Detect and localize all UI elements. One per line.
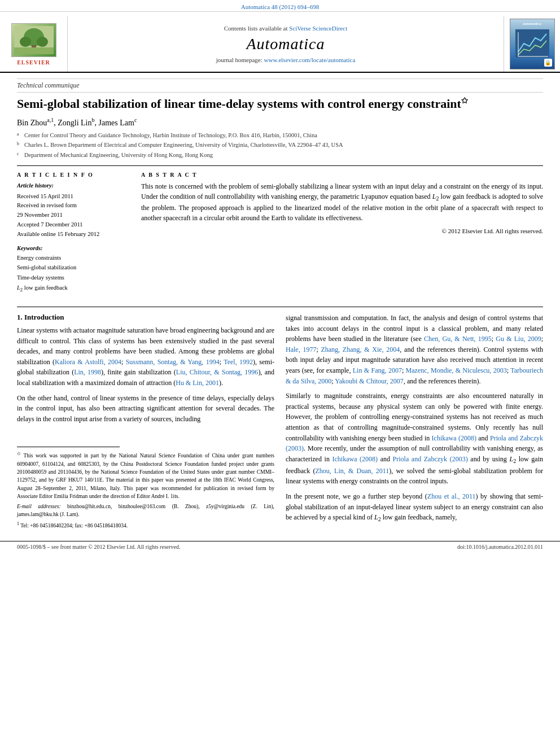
issn-line: 0005-1098/$ – see front matter © 2012 El… <box>17 544 180 550</box>
journal-top-bar: Automatica 48 (2012) 694–698 <box>0 0 560 12</box>
page: Automatica 48 (2012) 694–698 ELSEVIER Co… <box>0 0 560 747</box>
email-4[interactable]: james.lam@hku.hk <box>17 512 59 517</box>
journal-header: ELSEVIER Contents lists available at Sci… <box>0 12 560 73</box>
abstract-col: A B S T R A C T This note is concerned w… <box>141 172 543 299</box>
journal-homepage-link[interactable]: www.elsevier.com/locate/automatica <box>264 56 356 63</box>
journal-cover-block: automatica 🔒 <box>504 16 560 72</box>
footnote-divider <box>17 447 120 447</box>
history-label: Article history: <box>17 181 130 191</box>
elsevier-logo-block: ELSEVIER <box>0 16 68 72</box>
article-meta-row: A R T I C L E I N F O Article history: R… <box>17 165 543 299</box>
body-col-right-para2: Similarly to magnitude constraints, ener… <box>286 391 543 487</box>
doi-line: doi:10.1016/j.automatica.2012.01.011 <box>457 544 543 550</box>
body-col-right: signal transmission and computation. In … <box>286 313 543 530</box>
abstract-label: A B S T R A C T <box>141 172 543 178</box>
author-2: Zongli Lin <box>58 119 91 127</box>
sciverse-link[interactable]: SciVerse ScienceDirect <box>289 25 347 32</box>
affiliation-a: a Center for Control Theory and Guidance… <box>17 131 543 140</box>
affiliation-b: b Charles L. Brown Department of Electri… <box>17 141 543 150</box>
article-title: Semi-global stabilization of linear time… <box>17 96 543 112</box>
article-type-label: Technical communique <box>17 78 543 93</box>
elsevier-logo <box>11 23 56 57</box>
affiliations: a Center for Control Theory and Guidance… <box>17 131 543 160</box>
author-1: Bin Zhou <box>17 119 47 127</box>
body-col-left-para1: Linear systems with actuator magnitude s… <box>17 325 274 388</box>
article-info-label: A R T I C L E I N F O <box>17 172 130 178</box>
body-col-left-para2: On the other hand, control of linear sys… <box>17 393 274 425</box>
author-3: James Lam <box>99 119 134 127</box>
journal-homepage-line: journal homepage: www.elsevier.com/locat… <box>216 56 356 63</box>
authors-line: Bin Zhoua,1, Zongli Linb, James Lamc <box>17 117 543 128</box>
keywords-list: Energy constraints Semi-global stabiliza… <box>17 253 130 295</box>
body-columns: 1. Introduction Linear systems with actu… <box>17 307 543 530</box>
article-info-col: A R T I C L E I N F O Article history: R… <box>17 172 130 299</box>
affiliation-c: c Department of Mechanical Engineering, … <box>17 151 543 160</box>
bottom-bar: 0005-1098/$ – see front matter © 2012 El… <box>0 541 560 552</box>
copyright-line: © 2012 Elsevier Ltd. All rights reserved… <box>141 228 543 234</box>
email-2[interactable]: binzhoulee@163.com <box>119 504 165 509</box>
journal-cover-image: automatica 🔒 <box>510 19 555 69</box>
lock-icon[interactable]: 🔒 <box>544 59 552 67</box>
section-1-num: 1. <box>17 313 23 321</box>
available-date: Available online 15 February 2012 <box>17 231 99 237</box>
cover-graph-icon <box>515 29 549 58</box>
email-1[interactable]: binzhou@hit.edu.cn <box>67 504 111 509</box>
svg-point-3 <box>20 37 31 47</box>
footnote-star-text: ✩ This work was supported in part by the… <box>17 451 274 500</box>
journal-title: Automatica <box>246 35 325 53</box>
keywords-label: Keywords: <box>17 245 130 251</box>
section-1-title: Introduction <box>24 313 64 321</box>
body-col-right-para1: signal transmission and computation. In … <box>286 313 543 386</box>
received-2-prefix: Received in revised form <box>17 202 77 208</box>
received-1: Received 15 April 2011 <box>17 193 73 199</box>
journal-info-block: Contents lists available at SciVerse Sci… <box>68 16 504 72</box>
svg-point-4 <box>37 37 48 47</box>
abstract-text: This note is concerned with the problem … <box>141 181 543 223</box>
cover-title: automatica <box>523 21 541 26</box>
email-3[interactable]: z5y@virginia.edu <box>206 504 244 509</box>
elsevier-label: ELSEVIER <box>17 59 50 65</box>
article-history: Article history: Received 15 April 2011 … <box>17 181 130 239</box>
received-2-date: 29 November 2011 <box>17 212 63 218</box>
elsevier-tree-icon <box>14 26 54 54</box>
body-col-left: 1. Introduction Linear systems with actu… <box>17 313 274 530</box>
title-footnote-marker: ✩ <box>461 97 468 105</box>
footnote-email: E-mail addresses: binzhou@hit.edu.cn, bi… <box>17 503 274 519</box>
footnote-tel: 1 Tel: +86 045186402204; fax: +86 045186… <box>17 521 274 530</box>
section-1-heading: 1. Introduction <box>17 313 274 322</box>
journal-citation: Automatica 48 (2012) 694–698 <box>241 3 319 10</box>
body-col-right-para3: In the present note, we go a further ste… <box>286 491 543 524</box>
journal-contents-line: Contents lists available at SciVerse Sci… <box>224 25 347 32</box>
accepted-date: Accepted 7 December 2011 <box>17 221 83 228</box>
article-content: Technical communique Semi-global stabili… <box>0 73 560 535</box>
svg-rect-5 <box>14 47 54 54</box>
keywords-section: Keywords: Energy constraints Semi-global… <box>17 245 130 295</box>
